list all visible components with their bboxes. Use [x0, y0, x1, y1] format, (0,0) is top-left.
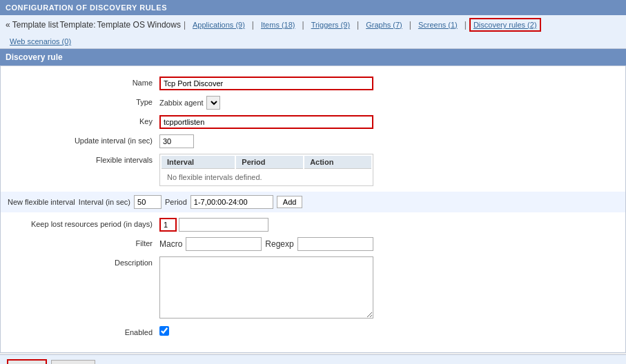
enabled-row: Enabled	[1, 326, 625, 336]
keep-lost-row: Keep lost resources period (in days)	[1, 218, 625, 232]
period-label: Period	[165, 198, 187, 206]
template-name-link[interactable]: Template OS Windows	[97, 20, 181, 30]
keep-lost-label: Keep lost resources period (in days)	[8, 218, 159, 228]
regexp-label: Regexp	[265, 239, 293, 249]
save-button[interactable]: Save	[7, 359, 47, 364]
type-value: Zabbix agent	[159, 99, 204, 107]
filter-row: Filter Macro Regexp	[1, 237, 625, 251]
name-label: Name	[8, 77, 159, 87]
description-row: Description	[1, 256, 625, 321]
empty-message: No flexible intervals defined.	[162, 170, 371, 184]
screens-tab[interactable]: Screens (1)	[414, 19, 462, 30]
template-list-link[interactable]: « Template list	[6, 20, 58, 30]
interval-value-input[interactable]	[134, 195, 162, 209]
triggers-tab[interactable]: Triggers (9)	[307, 19, 354, 30]
nav-row2: Web scenarios (0)	[0, 34, 626, 49]
items-tab[interactable]: Items (18)	[257, 19, 300, 30]
key-input[interactable]	[159, 115, 373, 129]
col-period: Period	[236, 156, 303, 169]
title-text: CONFIGURATION OF DISCOVERY RULES	[6, 3, 167, 12]
discovery-rules-tab[interactable]: Discovery rules (2)	[469, 18, 541, 32]
web-scenarios-tab[interactable]: Web scenarios (0)	[6, 36, 75, 47]
description-field	[159, 256, 618, 321]
type-row: Type Zabbix agent ▼	[1, 96, 625, 110]
new-flexible-interval-row: New flexible interval Interval (in sec) …	[1, 192, 625, 212]
flexible-intervals-row: Flexible intervals Interval Period Actio…	[1, 154, 625, 186]
footer-bar: Save Cancel	[0, 354, 626, 364]
regexp-input[interactable]	[297, 237, 373, 251]
col-interval: Interval	[162, 156, 235, 169]
keep-lost-extra-input[interactable]	[179, 218, 268, 232]
update-interval-label: Update interval (in sec)	[8, 134, 159, 145]
key-label: Key	[8, 115, 159, 125]
period-input[interactable]	[190, 195, 273, 209]
macro-input[interactable]	[186, 237, 262, 251]
description-textarea[interactable]	[159, 256, 373, 318]
key-row: Key	[1, 115, 625, 129]
key-field	[159, 115, 618, 129]
page-title: CONFIGURATION OF DISCOVERY RULES	[0, 0, 626, 15]
keep-lost-input[interactable]	[159, 218, 177, 232]
filter-label: Filter	[8, 237, 159, 247]
template-label: Template:	[59, 20, 95, 30]
applications-tab[interactable]: Applications (9)	[188, 19, 249, 30]
name-row: Name	[1, 77, 625, 90]
flexible-intervals-field: Interval Period Action No flexible inter…	[159, 154, 618, 186]
graphs-tab[interactable]: Graphs (7)	[362, 19, 407, 30]
update-interval-row: Update interval (in sec)	[1, 134, 625, 148]
cancel-button[interactable]: Cancel	[51, 360, 95, 364]
table-row: No flexible intervals defined.	[162, 170, 371, 184]
type-label: Type	[8, 96, 159, 106]
filter-field: Macro Regexp	[159, 237, 618, 251]
new-flexible-label: New flexible interval	[8, 198, 75, 206]
enabled-field	[159, 326, 618, 336]
section-title: Discovery rule	[6, 52, 63, 62]
enabled-label: Enabled	[8, 326, 159, 336]
col-action: Action	[304, 156, 371, 169]
flexible-intervals-label: Flexible intervals	[8, 154, 159, 164]
update-interval-input[interactable]	[159, 134, 194, 148]
type-select[interactable]: ▼	[206, 96, 220, 110]
name-field	[159, 77, 618, 90]
section-header: Discovery rule	[0, 49, 626, 65]
interval-in-sec-label: Interval (in sec)	[79, 198, 130, 206]
nav-bar: « Template list Template: Template OS Wi…	[0, 15, 626, 34]
name-input[interactable]	[159, 77, 373, 90]
add-button[interactable]: Add	[277, 196, 303, 208]
update-interval-field	[159, 134, 618, 148]
flexible-table: Interval Period Action No flexible inter…	[159, 154, 373, 186]
form-section: Name Type Zabbix agent ▼ Key Update inte…	[0, 65, 626, 353]
type-field: Zabbix agent ▼	[159, 96, 618, 110]
enabled-checkbox[interactable]	[159, 326, 169, 336]
keep-lost-field	[159, 218, 618, 232]
macro-label: Macro	[159, 239, 182, 249]
description-label: Description	[8, 256, 159, 267]
